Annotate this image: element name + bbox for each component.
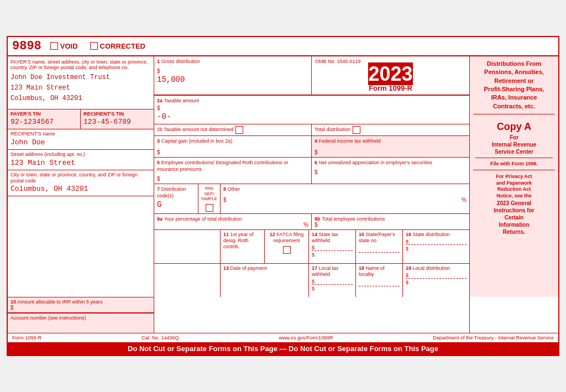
for-irs-block: For Internal Revenue Service Center: [475, 134, 553, 155]
payer-tin-value: 92-1234567: [11, 117, 77, 127]
payer-label: PAYER'S name, street address, city or to…: [11, 59, 151, 70]
row-2b: 2b Taxable amount not determined Total d…: [154, 124, 469, 136]
box7-ira: IRA/ SEP/ SIMPLE: [198, 184, 221, 213]
box1: 1 Gross distribution $ 15,000: [154, 56, 312, 95]
form-header: 9898 VOID CORRECTED: [8, 37, 558, 56]
ira-checkbox[interactable]: [206, 204, 213, 212]
box9b: 9b Total employee contributions $: [312, 214, 469, 230]
box1-value: 15,000: [157, 74, 308, 85]
payer-name: John Doe Investment Trust 123 Main Stree…: [11, 70, 151, 107]
right-column: Distributions From Pensions, Annuities, …: [470, 56, 558, 297]
box2a-value: -0-: [157, 111, 467, 122]
box3: 3 Capital gain (included in box 2a) $: [154, 136, 312, 158]
box8: 8 Other $ %: [221, 184, 469, 213]
general-inst: 2023 General Instructions for Certain In…: [473, 200, 555, 236]
box17-mid: 17 Local tax withheld $ $: [309, 264, 356, 297]
row-1-omb: 1 Gross distribution $ 15,000 OMB No. 15…: [154, 56, 469, 96]
box7-value: G: [157, 199, 195, 210]
box5: 5 Employee contributions/ Designated Rot…: [154, 158, 312, 184]
row-bottom1: 11 1st year of desig. Roth contrib. 12 F…: [154, 230, 469, 264]
box14-mid: 14 State tax withheld $ $: [309, 230, 356, 263]
bottom-mid-spacer: [154, 297, 470, 333]
year-display: 2023: [315, 64, 466, 84]
bottom-left: 10 Amount allocable to IRR within 5 year…: [8, 297, 154, 333]
account-spacer: [154, 264, 221, 297]
form-serial-number: 9898: [12, 39, 41, 53]
void-item: VOID: [50, 42, 78, 50]
void-label: VOID: [60, 42, 78, 50]
row-78: 7 Distribution code(s) G IRA/ SEP/ SIMPL…: [154, 184, 469, 214]
corrected-label: CORRECTED: [100, 42, 145, 50]
void-corrected-group: VOID CORRECTED: [50, 42, 145, 50]
footer-cat-no: Cat. No. 14436Q: [142, 335, 179, 341]
form-footer: Form 1099-R Cat. No. 14436Q www.irs.gov/…: [8, 333, 558, 342]
bottom-section: 10 Amount allocable to IRR within 5 year…: [8, 297, 558, 333]
account-number-cell: Account number (see instructions): [8, 313, 154, 333]
fatca-checkbox[interactable]: [283, 246, 291, 254]
row-56: 5 Employee contributions/ Designated Rot…: [154, 158, 469, 184]
box18-mid: 18 Name of locality: [356, 264, 403, 297]
box2b-checkbox2[interactable]: [353, 126, 360, 134]
box12-mid: 12 FATCA filing requirement: [265, 230, 309, 263]
footer-dept: Department of the Treasury - Internal Re…: [433, 335, 554, 341]
recipient-tin-cell: RECIPIENT'S TIN 123-45-6789: [81, 109, 154, 129]
box2b-total-dist: Total distribution: [312, 124, 469, 135]
payer-section: PAYER'S name, street address, city or to…: [8, 56, 154, 110]
corrected-item: CORRECTED: [90, 42, 145, 50]
box6: 6 Net unrealized appreciation in employe…: [312, 158, 469, 184]
payer-tin-label: PAYER'S TIN: [11, 111, 77, 117]
city-state-label: City or town, state or province, country…: [11, 172, 151, 184]
city-state-value: Columbus, OH 43201: [11, 184, 151, 194]
city-state-cell: City or town, state or province, country…: [8, 170, 154, 197]
street-address-cell: Street address (including apt. no.) 123 …: [8, 150, 154, 170]
row-34: 3 Capital gain (included in box 2a) $ 4 …: [154, 136, 469, 158]
box13-mid: 13 Date of payment: [221, 264, 309, 297]
privacy-text: For Privacy Act and Paperwork Reduction …: [473, 174, 555, 236]
street-address-value: 123 Main Street: [11, 158, 151, 168]
payer-tin-cell: PAYER'S TIN 92-1234567: [8, 109, 81, 129]
omb-year-block: OMB No. 1545-0119 2023 Form 1099-R: [312, 56, 469, 95]
cut-line: Do Not Cut or Separate Forms on This Pag…: [8, 342, 558, 355]
form-1099r: 9898 VOID CORRECTED PAYER'S name, street…: [7, 36, 559, 357]
form-body: PAYER'S name, street address, city or to…: [8, 56, 558, 297]
bottom-right-spacer: [470, 297, 558, 333]
box10: 10 Amount allocable to IRR within 5 year…: [8, 297, 154, 313]
box11-mid: 11 1st year of desig. Roth contrib.: [221, 230, 265, 263]
left-column: PAYER'S name, street address, city or to…: [8, 56, 154, 297]
copy-a-block: Copy A For Internal Revenue Service Cent…: [473, 118, 555, 170]
box16-mid: 16 State distribution $ $: [403, 230, 469, 263]
copy-a-label: Copy A: [475, 120, 553, 134]
footer-form-id: Form 1099-R: [12, 335, 41, 341]
box2b-not-determined: 2b Taxable amount not determined: [154, 124, 312, 135]
box4: 4 Federal income tax withheld $: [312, 136, 469, 158]
footer-website: www.irs.gov/Form1099R: [279, 335, 333, 341]
recipient-name-label: RECIPIENT'S name: [11, 131, 151, 137]
tin-row: PAYER'S TIN 92-1234567 RECIPIENT'S TIN 1…: [8, 109, 154, 129]
box9a: 9a Your percentage of total distribution…: [154, 214, 312, 230]
file-text: File with Form 1096.: [475, 158, 553, 168]
box15-mid: 15 State/Payer's state no.: [356, 230, 403, 263]
recipient-name-cell: RECIPIENT'S name John Doe: [8, 129, 154, 150]
right-title: Distributions From Pensions, Annuities, …: [473, 60, 555, 114]
box10-spacer: [154, 230, 221, 263]
box19-mid: 19 Local distribution $ $: [403, 264, 469, 297]
street-address-label: Street address (including apt. no.): [11, 151, 151, 158]
box2b-checkbox1[interactable]: [235, 126, 243, 134]
void-checkbox[interactable]: [50, 42, 58, 50]
recipient-tin-value: 123-45-6789: [83, 117, 151, 127]
box7: 7 Distribution code(s) G: [154, 184, 198, 213]
row-9: 9a Your percentage of total distribution…: [154, 214, 469, 231]
box2a: 2a Taxable amount $ -0-: [154, 96, 469, 124]
recipient-name-value: John Doe: [11, 137, 151, 148]
row-bottom2: 13 Date of payment 17 Local tax withheld…: [154, 264, 469, 297]
form-id: Form 1099-R: [315, 84, 466, 92]
corrected-checkbox[interactable]: [90, 42, 98, 50]
mid-column: 1 Gross distribution $ 15,000 OMB No. 15…: [154, 56, 470, 297]
recipient-tin-label: RECIPIENT'S TIN: [83, 111, 151, 117]
